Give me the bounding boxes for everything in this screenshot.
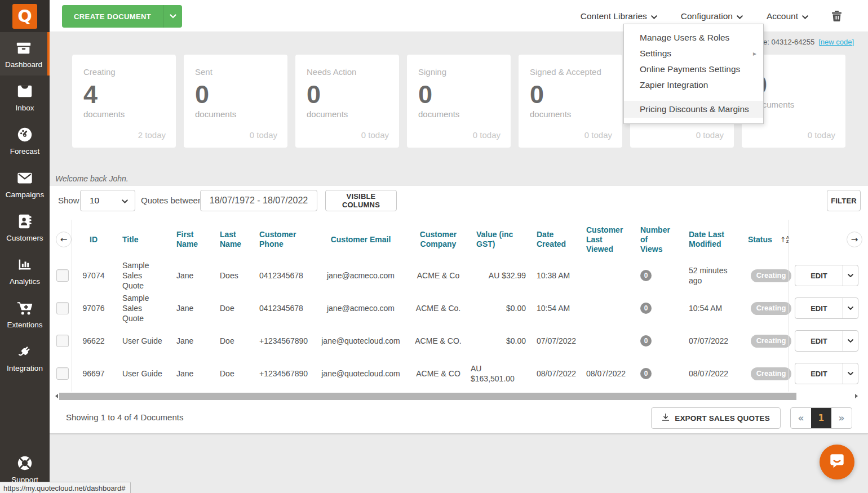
stat-card-sent[interactable]: Sent 0 documents 0 today [184, 55, 287, 148]
sidebar-item-campaigns[interactable]: Campaigns [0, 162, 50, 206]
nav-label: Content Libraries [581, 11, 647, 21]
stat-card-signing[interactable]: Signing 0 documents 0 today [407, 55, 511, 148]
column-header-id[interactable]: ID [72, 220, 116, 259]
stat-card-unit: documents [418, 109, 511, 119]
cell-phone: +1234567890 [251, 357, 316, 390]
table-header-row: ← ID Title First Name Last Name Customer… [50, 220, 868, 259]
column-header-value[interactable]: Value (inc GST) [471, 220, 530, 259]
filter-button[interactable]: FILTER [827, 190, 861, 211]
pagination-current-page[interactable]: 1 [811, 408, 831, 428]
column-header-customer-last-viewed[interactable]: Customer Last Viewed [581, 220, 631, 259]
cell-company: ACME & Co [406, 259, 471, 292]
nav-configuration[interactable]: Configuration [681, 11, 743, 21]
column-header-status[interactable]: Status [741, 220, 781, 259]
sidebar-item-customers[interactable]: Customers [0, 206, 50, 249]
menu-item-pricing-discounts-margins[interactable]: Pricing Discounts & Margins [624, 101, 763, 118]
table-scroll-right-button[interactable]: → [847, 232, 862, 247]
new-code-link[interactable]: [new code] [818, 38, 854, 46]
row-checkbox[interactable] [56, 269, 69, 282]
stat-card-needs-action[interactable]: Needs Action 0 documents 0 today [295, 55, 399, 148]
cell-date-created: 07/07/2022 [530, 325, 581, 357]
sidebar-item-integration[interactable]: Integration [0, 336, 50, 379]
nav-content-libraries[interactable]: Content Libraries [581, 11, 657, 21]
chevron-down-icon [122, 196, 128, 206]
sidebar-item-analytics[interactable]: Analytics [0, 249, 50, 292]
menu-separator [624, 93, 763, 101]
column-header-date-last-modified[interactable]: Date Last Modified [679, 220, 741, 259]
column-header-label: Customer Last Viewed [586, 225, 621, 254]
scrollbar-right-arrow-icon[interactable] [855, 394, 858, 398]
cell-last-viewed [581, 325, 631, 357]
column-header-last-name[interactable]: Last Name [211, 220, 251, 259]
table-scroll-left-button[interactable]: ← [56, 232, 72, 247]
chevron-down-icon [651, 11, 657, 21]
logo-letter: Q [17, 6, 32, 26]
cell-last-name: Doe [211, 325, 251, 357]
trash-icon[interactable] [832, 11, 842, 21]
column-header-customer-email[interactable]: Customer Email [316, 220, 406, 259]
edit-caret[interactable] [843, 298, 858, 318]
stat-card-unit: documents [195, 109, 287, 119]
create-document-caret[interactable] [163, 5, 182, 28]
edit-button[interactable]: EDIT [795, 297, 858, 319]
column-header-title[interactable]: Title [116, 220, 167, 259]
sidebar-item-inbox[interactable]: Inbox [0, 75, 50, 119]
stat-card-value: 0 [195, 81, 287, 108]
column-header-date-created[interactable]: Date Created [530, 220, 581, 259]
menu-item-manage-users-roles[interactable]: Manage Users & Roles [624, 30, 763, 46]
left-arrow-icon: ← [60, 234, 68, 245]
edit-caret[interactable] [843, 265, 858, 286]
row-checkbox[interactable] [56, 367, 69, 380]
scrollbar-thumb[interactable] [59, 393, 796, 400]
nav-account[interactable]: Account [767, 11, 808, 21]
column-header-customer-company[interactable]: Customer Company [406, 220, 471, 259]
sort-alpha-icon[interactable]: ↑AZ [780, 236, 789, 244]
export-sales-quotes-button[interactable]: EXPORT SALES QUOTES [651, 407, 781, 429]
sidebar-item-label: Inbox [15, 104, 34, 112]
cell-last-name: Doe [211, 292, 251, 325]
sidebar-item-extentions[interactable]: Extentions [0, 292, 50, 336]
menu-item-zapier-integration[interactable]: Zapier Integration [624, 77, 763, 93]
cell-company: ACME & Co. [406, 292, 471, 325]
pagination-next-button[interactable]: » [831, 408, 852, 428]
sidebar-item-forecast[interactable]: Forecast [0, 119, 50, 162]
menu-item-settings[interactable]: Settings▸ [624, 46, 763, 61]
column-header-number-of-views[interactable]: Number of Views [631, 220, 679, 259]
show-page-size-select[interactable]: 10 [80, 190, 135, 211]
inbox-tray-icon [16, 83, 33, 100]
edit-caret[interactable] [843, 363, 858, 384]
edit-button[interactable]: EDIT [795, 330, 858, 352]
cell-company: ACME & CO. [406, 325, 471, 357]
sidebar: Q Dashboard Inbox Forecast Campaigns Cus… [0, 0, 50, 493]
visible-columns-button[interactable]: VISIBLE COLUMNS [325, 190, 397, 211]
edit-button[interactable]: EDIT [795, 363, 858, 384]
row-checkbox[interactable] [56, 302, 69, 314]
column-header-first-name[interactable]: First Name [167, 220, 211, 259]
row-checkbox[interactable] [56, 335, 69, 347]
cell-last-modified: 10:54 AM [679, 292, 741, 325]
table-row: 97074 Sample Sales Quote Jane Does 04123… [50, 259, 868, 292]
welcome-text: Welcome back John. [55, 174, 129, 183]
edit-caret[interactable] [843, 331, 858, 351]
documents-table: ← ID Title First Name Last Name Customer… [50, 220, 868, 390]
cell-value: $0.00 [471, 325, 530, 357]
menu-item-online-payments-settings[interactable]: Online Payments Settings [624, 61, 763, 77]
stat-card-value: 0 [307, 81, 399, 108]
stat-card-signed-accepted[interactable]: Signed & Accepted 0 documents 0 today [519, 55, 622, 148]
cell-phone: 0412345678 [251, 259, 316, 292]
sidebar-item-label: Dashboard [5, 60, 42, 69]
app-logo[interactable]: Q [12, 4, 37, 29]
sidebar-item-dashboard[interactable]: Dashboard [0, 32, 50, 75]
create-document-button[interactable]: CREATE DOCUMENT [62, 5, 182, 28]
cell-last-name: Does [211, 259, 251, 292]
edit-button[interactable]: EDIT [795, 265, 858, 286]
table-divider [72, 220, 72, 392]
horizontal-scrollbar[interactable] [50, 393, 868, 401]
stat-card-creating[interactable]: Creating 4 documents 2 today [72, 55, 176, 148]
life-ring-icon [16, 455, 33, 472]
column-header-customer-phone[interactable]: Customer Phone [251, 220, 316, 259]
date-range-input[interactable] [200, 190, 317, 211]
chat-widget-button[interactable] [820, 445, 854, 479]
scrollbar-left-arrow-icon[interactable] [55, 394, 58, 398]
pagination-prev-button[interactable]: « [791, 408, 811, 428]
